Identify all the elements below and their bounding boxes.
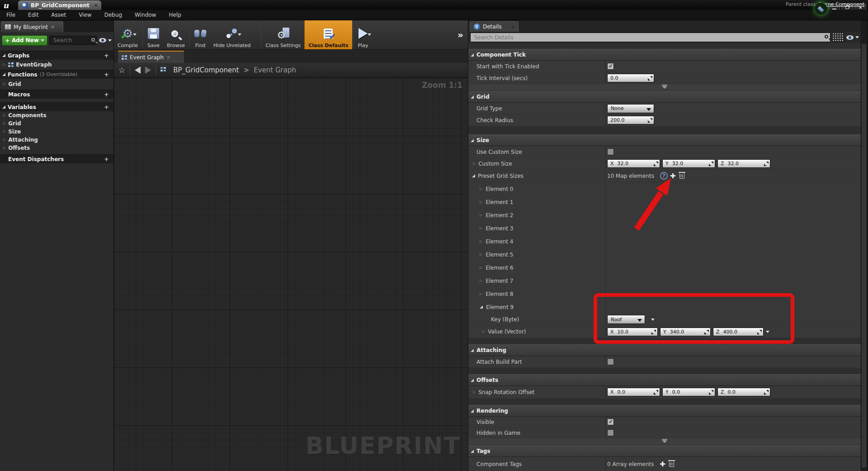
menu-asset[interactable]: Asset <box>45 12 72 18</box>
details-view-options-eye-icon[interactable] <box>846 35 854 40</box>
tree-item-eventgraph[interactable]: ▷EventGraph <box>0 60 113 70</box>
category-attaching[interactable]: Attaching <box>468 344 861 356</box>
delete-tags-icon[interactable] <box>669 461 674 467</box>
class-defaults-button[interactable]: Class Defaults <box>304 20 352 49</box>
tree-item-offsets[interactable]: ▷Offsets <box>0 144 113 152</box>
add-new-button[interactable]: + Add New <box>2 35 47 46</box>
custom-size-y-input[interactable]: Y32.0 <box>662 159 715 168</box>
custom-size-z-input[interactable]: Z32.0 <box>717 159 770 168</box>
row-element-3[interactable]: ▷Element 3 <box>468 222 861 235</box>
details-search[interactable] <box>470 33 830 42</box>
delete-map-elements-icon[interactable] <box>679 173 684 179</box>
visible-checkbox[interactable] <box>607 419 614 425</box>
breadcrumb-current[interactable]: Event Graph <box>254 66 296 74</box>
chevron-down-icon[interactable] <box>855 36 859 38</box>
breadcrumb-root[interactable]: BP_GridComponent <box>173 66 239 74</box>
collapsed-icon[interactable]: ▷ <box>480 200 482 204</box>
advanced-expander[interactable] <box>468 84 861 91</box>
collapsed-icon[interactable]: ▷ <box>3 63 6 67</box>
menu-file[interactable]: File <box>0 12 22 18</box>
add-tag-button[interactable]: ✚ <box>660 460 665 468</box>
tick-interval-input[interactable]: 0.0 <box>607 74 654 82</box>
spinner-icon[interactable] <box>709 162 713 166</box>
category-rendering[interactable]: Rendering <box>468 405 861 417</box>
add-macro-button[interactable]: + <box>104 91 109 98</box>
tab-event-graph[interactable]: Event Graph × <box>118 51 184 63</box>
asset-document-tab[interactable]: BP_GridComponent × <box>18 0 101 10</box>
row-element-0[interactable]: ▷Element 0 <box>468 182 861 195</box>
section-variables[interactable]: Variables+ <box>0 102 113 111</box>
toolbar-overflow-chevron[interactable]: » <box>453 29 468 40</box>
tree-item-grid-function[interactable]: ▷Grid <box>0 79 113 90</box>
menu-debug[interactable]: Debug <box>98 12 128 18</box>
spinner-icon[interactable] <box>654 162 658 166</box>
details-search-input[interactable] <box>473 34 821 41</box>
spinner-icon[interactable] <box>764 162 769 166</box>
add-graph-button[interactable]: + <box>104 52 109 59</box>
row-element-7[interactable]: ▷Element 7 <box>468 274 861 287</box>
menu-window[interactable]: Window <box>128 12 162 18</box>
section-event-dispatchers[interactable]: Event Dispatchers+ <box>0 154 113 163</box>
collapsed-icon[interactable]: ▷ <box>480 279 482 283</box>
category-offsets[interactable]: Offsets <box>468 374 861 386</box>
menu-view[interactable]: View <box>72 12 98 18</box>
snap-x-input[interactable]: X0.0 <box>607 388 660 396</box>
collapsed-icon[interactable]: ▷ <box>3 82 6 86</box>
tutorial-cap-icon[interactable] <box>815 3 827 14</box>
category-tags[interactable]: Tags <box>468 445 861 457</box>
event-graph-tab-close-icon[interactable]: × <box>166 54 170 60</box>
custom-size-x-input[interactable]: X32.0 <box>607 159 660 168</box>
spinner-icon[interactable] <box>648 76 652 81</box>
start-with-tick-checkbox[interactable] <box>607 63 614 70</box>
collapsed-icon[interactable]: ▷ <box>480 214 482 217</box>
property-matrix-icon[interactable] <box>832 33 844 42</box>
collapsed-icon[interactable]: ▷ <box>3 114 6 117</box>
collapsed-icon[interactable]: ▷ <box>480 240 482 243</box>
tree-item-grid-category[interactable]: ▷Grid <box>0 119 113 128</box>
row-element-1[interactable]: ▷Element 1 <box>468 195 861 209</box>
collapsed-icon[interactable]: ▷ <box>473 162 476 166</box>
hidden-in-game-checkbox[interactable] <box>607 429 614 436</box>
chevron-down-icon[interactable] <box>108 39 112 42</box>
add-map-element-button[interactable]: ✚ <box>670 172 676 180</box>
add-variable-button[interactable]: + <box>104 104 109 110</box>
details-scrollbar-track[interactable] <box>861 43 867 471</box>
collapsed-icon[interactable]: ▷ <box>482 330 485 333</box>
snap-y-input[interactable]: Y0.0 <box>662 388 715 396</box>
section-graphs[interactable]: Graphs+ <box>0 51 113 60</box>
collapsed-icon[interactable]: ▷ <box>3 130 6 133</box>
add-function-button[interactable]: + <box>104 71 109 78</box>
favorite-star-icon[interactable]: ☆ <box>118 66 125 75</box>
details-tab-close-icon[interactable]: × <box>511 24 515 30</box>
find-button[interactable]: Find <box>191 20 210 49</box>
spinner-icon[interactable] <box>654 390 658 395</box>
nav-forward-icon[interactable] <box>145 67 151 74</box>
spinner-icon[interactable] <box>648 118 652 123</box>
category-grid[interactable]: Grid <box>468 91 861 103</box>
spinner-icon[interactable] <box>709 390 713 395</box>
tree-item-size[interactable]: ▷Size <box>0 128 113 136</box>
section-macros[interactable]: Macros+ <box>0 90 113 99</box>
add-event-dispatcher-button[interactable]: + <box>104 156 109 162</box>
tab-my-blueprint[interactable]: My Blueprint × <box>1 21 63 32</box>
menu-edit[interactable]: Edit <box>22 12 45 18</box>
row-element-4[interactable]: ▷Element 4 <box>468 235 861 248</box>
category-component-tick[interactable]: Component Tick <box>468 49 861 61</box>
blueprint-search-input[interactable] <box>52 36 88 44</box>
tree-item-attaching[interactable]: ▷Attaching <box>0 136 113 144</box>
collapsed-icon[interactable]: ▷ <box>3 122 6 125</box>
collapsed-icon[interactable]: ▷ <box>480 227 482 230</box>
play-button[interactable]: Play <box>354 20 372 49</box>
compile-options-caret[interactable] <box>133 33 137 36</box>
attach-build-part-checkbox[interactable] <box>607 358 614 365</box>
my-blueprint-tab-close-icon[interactable]: × <box>51 24 55 30</box>
grid-type-dropdown[interactable]: None <box>607 104 654 113</box>
menu-help[interactable]: Help <box>162 12 187 18</box>
event-graph-canvas[interactable]: Zoom 1:1 BLUEPRINT <box>114 78 468 471</box>
collapsed-icon[interactable]: ▷ <box>473 390 476 394</box>
help-question-icon[interactable]: ? <box>660 172 668 180</box>
row-element-5[interactable]: ▷Element 5 <box>468 248 861 261</box>
play-options-caret[interactable] <box>368 33 371 36</box>
nav-back-icon[interactable] <box>135 67 141 74</box>
collapsed-icon[interactable]: ▷ <box>480 187 482 191</box>
